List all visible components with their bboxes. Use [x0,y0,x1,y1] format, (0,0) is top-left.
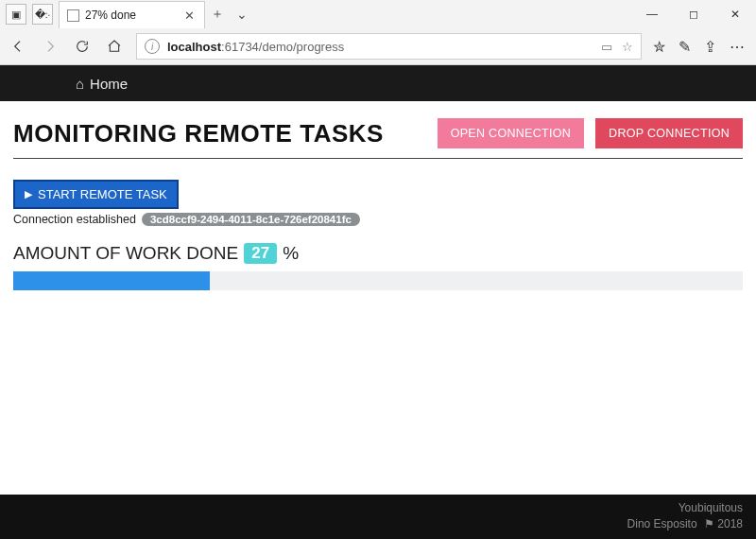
sidebar-toggle-button[interactable]: ▣ [6,4,26,25]
start-button-label: START REMOTE TASK [38,187,167,201]
home-icon: ⌂ [76,76,84,92]
footer-year: 2018 [717,517,743,530]
progress-bar [13,271,743,290]
favorite-icon[interactable]: ☆ [622,40,633,54]
forward-button[interactable] [40,36,60,57]
tab-overflow-button[interactable]: ⌄ [230,0,254,28]
open-connection-button[interactable]: OPEN CONNECTION [438,118,584,148]
header-row: MONITORING REMOTE TASKS OPEN CONNECTION … [13,118,743,159]
footer-brand: Youbiquitous [13,500,743,516]
site-navbar: ⌂ Home [0,65,756,101]
url-text: localhost:61734/demo/progress [167,40,344,54]
footer-author: Dino Esposito [627,517,697,530]
new-tab-button[interactable]: ＋ [205,0,230,28]
title-bar: ▣ �჻ 27% done ✕ ＋ ⌄ — ◻ ✕ [0,0,756,28]
drop-connection-button[interactable]: DROP CONNECTION [595,118,743,148]
main-content: MONITORING REMOTE TASKS OPEN CONNECTION … [0,101,756,300]
tab-title: 27% done [85,9,177,22]
tab-actions-button[interactable]: �჻ [32,4,53,25]
play-icon: ▶ [25,188,32,200]
site-info-icon[interactable]: i [145,39,160,54]
share-icon[interactable]: ⇪ [704,38,716,56]
close-window-button[interactable]: ✕ [714,0,756,28]
reading-view-icon[interactable]: ▭ [601,40,612,54]
back-button[interactable] [8,36,28,57]
progress-bar-fill [13,271,210,290]
connection-id-badge: 3cd8ccf9-2494-4011-8c1e-726ef20841fc [142,213,360,226]
work-label: AMOUNT OF WORK DONE [13,243,238,264]
favorites-hub-icon[interactable]: ✮ [653,38,665,56]
nav-home-link[interactable]: Home [90,76,128,92]
page-viewport: ⌂ Home MONITORING REMOTE TASKS OPEN CONN… [0,65,756,539]
home-button[interactable] [104,36,125,57]
page-title: MONITORING REMOTE TASKS [13,119,426,148]
maximize-button[interactable]: ◻ [673,0,714,28]
browser-chrome: ▣ �჻ 27% done ✕ ＋ ⌄ — ◻ ✕ i localhost:61… [0,0,756,65]
start-remote-task-button[interactable]: ▶ START REMOTE TASK [13,180,179,209]
page-footer: Youbiquitous Dino Esposito ⚑ 2018 [0,495,756,539]
work-done-row: AMOUNT OF WORK DONE 27 % [13,243,743,264]
tag-icon: ⚑ [704,517,714,530]
more-icon[interactable]: ⋯ [730,38,745,56]
percent-suffix: % [283,243,299,264]
close-tab-button[interactable]: ✕ [182,9,197,23]
percent-badge: 27 [244,243,277,264]
minimize-button[interactable]: — [631,0,673,28]
status-text: Connection established [13,213,136,226]
browser-tab[interactable]: 27% done ✕ [59,1,205,28]
refresh-button[interactable] [72,36,93,57]
page-icon [67,9,79,22]
address-bar[interactable]: i localhost:61734/demo/progress ▭ ☆ [136,33,642,60]
connection-status: Connection established 3cd8ccf9-2494-401… [13,213,743,226]
notes-icon[interactable]: ✎ [679,38,691,56]
toolbar: i localhost:61734/demo/progress ▭ ☆ ✮ ✎ … [0,28,756,64]
